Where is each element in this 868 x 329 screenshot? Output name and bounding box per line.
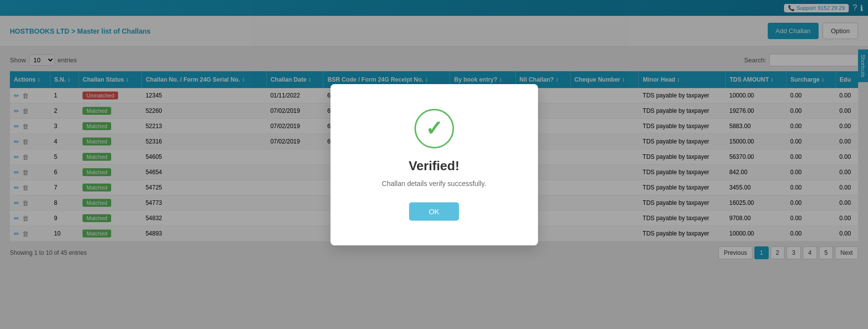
modal-subtitle: Challan details verify successfully. bbox=[360, 180, 508, 188]
modal-ok-button[interactable]: OK bbox=[409, 202, 459, 221]
modal-title: Verified! bbox=[360, 158, 508, 174]
modal-overlay: ✓ Verified! Challan details verify succe… bbox=[0, 0, 868, 267]
checkmark-icon: ✓ bbox=[425, 118, 443, 139]
modal-box: ✓ Verified! Challan details verify succe… bbox=[331, 84, 538, 245]
verified-icon-circle: ✓ bbox=[414, 109, 454, 148]
